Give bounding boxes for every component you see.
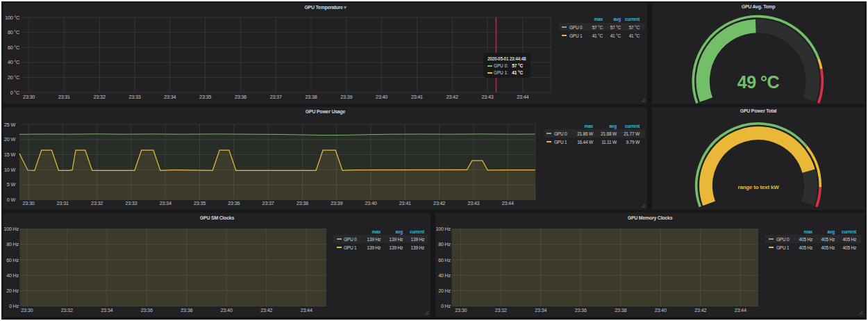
svg-text:23:43: 23:43 [482,94,494,100]
svg-text:23:37: 23:37 [262,200,274,206]
svg-text:23:40: 23:40 [365,200,377,206]
svg-text:80 Hz: 80 Hz [438,241,451,247]
svg-text:5 W: 5 W [7,181,16,188]
svg-text:0 Hz: 0 Hz [9,303,19,309]
svg-text:23:36: 23:36 [141,307,153,313]
svg-text:23:38: 23:38 [297,200,308,206]
svg-text:20 W: 20 W [4,136,15,142]
svg-text:23:40: 23:40 [376,94,387,100]
svg-text:100 Hz: 100 Hz [3,226,19,232]
svg-text:23:36: 23:36 [228,200,240,206]
svg-text:23:30: 23:30 [23,94,35,100]
svg-text:23:31: 23:31 [58,94,70,100]
svg-text:23:36: 23:36 [235,94,247,100]
svg-text:23:39: 23:39 [340,94,352,100]
svg-text:23:34: 23:34 [160,200,172,206]
svg-text:23:32: 23:32 [495,307,507,313]
svg-text:60 Hz: 60 Hz [438,257,451,263]
svg-text:23:38: 23:38 [181,307,192,313]
svg-text:23:30: 23:30 [23,200,35,206]
svg-text:23:40: 23:40 [655,307,667,313]
svg-text:23:33: 23:33 [129,94,141,100]
svg-text:0 Hz: 0 Hz [441,303,451,309]
svg-text:23:35: 23:35 [199,94,211,100]
svg-text:23:35: 23:35 [194,200,206,206]
svg-text:23:38: 23:38 [615,307,626,313]
svg-text:23:32: 23:32 [91,200,103,206]
svg-text:60 °C: 60 °C [8,44,19,51]
svg-text:23:42: 23:42 [446,94,458,100]
svg-text:100 °C: 100 °C [5,15,19,21]
svg-text:23:30: 23:30 [455,307,467,313]
svg-text:23:30: 23:30 [21,307,33,313]
svg-text:100 Hz: 100 Hz [435,226,451,232]
svg-text:23:32: 23:32 [61,307,73,313]
svg-text:23:33: 23:33 [125,200,137,206]
svg-text:23:31: 23:31 [57,200,69,206]
svg-text:40 Hz: 40 Hz [438,272,451,279]
svg-text:23:44: 23:44 [502,200,514,206]
svg-text:60 Hz: 60 Hz [6,257,19,263]
svg-text:0 W: 0 W [7,197,16,203]
svg-text:23:44: 23:44 [301,307,312,313]
svg-text:20 °C: 20 °C [8,74,19,81]
svg-text:23:44: 23:44 [735,307,746,313]
svg-text:23:41: 23:41 [411,94,423,100]
svg-text:25 W: 25 W [4,122,15,128]
svg-text:23:42: 23:42 [694,307,706,313]
svg-text:0 °C: 0 °C [10,90,19,96]
svg-text:23:39: 23:39 [331,200,342,206]
svg-text:23:34: 23:34 [535,307,546,313]
svg-text:23:38: 23:38 [306,94,317,100]
svg-text:40 °C: 40 °C [8,59,19,65]
svg-text:23:37: 23:37 [270,94,282,100]
svg-text:80 °C: 80 °C [8,29,19,35]
svg-text:10 W: 10 W [4,167,15,173]
svg-text:23:36: 23:36 [575,307,587,313]
svg-text:23:42: 23:42 [433,200,445,206]
svg-text:23:41: 23:41 [399,200,411,206]
svg-text:20 Hz: 20 Hz [6,288,19,294]
svg-text:20 Hz: 20 Hz [438,288,451,294]
svg-text:80 Hz: 80 Hz [6,241,19,247]
svg-text:23:34: 23:34 [164,94,176,100]
svg-text:40 Hz: 40 Hz [6,272,19,279]
svg-text:23:40: 23:40 [221,307,233,313]
svg-text:23:34: 23:34 [101,307,112,313]
svg-text:23:42: 23:42 [260,307,272,313]
svg-text:23:32: 23:32 [94,94,106,100]
svg-text:15 W: 15 W [4,151,15,158]
svg-text:23:43: 23:43 [467,200,479,206]
svg-text:23:44: 23:44 [517,94,528,100]
